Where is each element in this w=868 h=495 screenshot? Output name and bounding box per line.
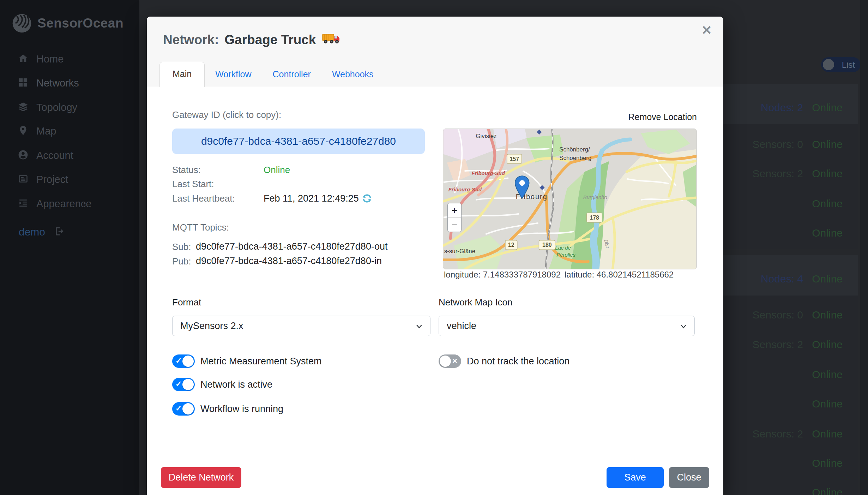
tab-main[interactable]: Main <box>159 62 205 87</box>
modal-title: Network:Garbage Truck <box>163 32 340 49</box>
format-select-value: MySensors 2.x <box>180 321 243 332</box>
last-heartbeat-label: Last Heartbeat: <box>172 193 235 204</box>
status-label: Status: <box>172 165 201 175</box>
sidebar-item-label: Topology <box>36 102 77 113</box>
page-edge <box>860 0 868 495</box>
sidebar-item-label: Account <box>36 150 73 161</box>
user-row: demo <box>19 226 64 238</box>
zoom-out-button[interactable]: − <box>448 217 461 232</box>
road-badge-178: 178 <box>590 215 599 221</box>
format-label: Format <box>172 297 201 308</box>
toggle-knob <box>182 379 194 390</box>
sidebar-item-appearence[interactable]: Appearence <box>0 193 139 214</box>
status-badge: Online <box>812 273 843 285</box>
user-circle-icon <box>18 149 29 162</box>
map-marker-icon <box>18 125 29 137</box>
toggle-knob <box>440 356 451 367</box>
chevron-down-icon <box>680 321 687 332</box>
sign-out-icon[interactable] <box>54 226 64 238</box>
sidebar-item-project[interactable]: Project <box>0 169 139 190</box>
workflow-running-label: Workflow is running <box>200 404 283 415</box>
brand-name: SensorOcean <box>37 16 123 31</box>
road-badge-157: 157 <box>510 156 519 162</box>
map-label-perolles: Pérolles <box>556 252 575 258</box>
tab-workflow[interactable]: Workflow <box>205 63 262 87</box>
map-label-sur-glane: s-sur-Glâne <box>444 248 475 255</box>
map-canvas: 157 12 180 178 Givisiez Schönberg/ Schoe… <box>443 129 697 269</box>
sidebar-item-account[interactable]: Account <box>0 145 139 166</box>
delete-network-button[interactable]: Delete Network <box>161 467 241 488</box>
track-location-label: Do not track the location <box>467 356 569 367</box>
sidebar-item-map[interactable]: Map <box>0 121 139 141</box>
newspaper-icon <box>18 173 29 186</box>
toggle-knob <box>182 356 194 367</box>
road-badge-180: 180 <box>542 242 552 248</box>
mqtt-pub-label: Pub: <box>172 256 191 267</box>
gateway-id-label: Gateway ID (click to copy): <box>172 109 281 120</box>
longitude-value: longitude: 7.148333787918092 <box>444 270 561 280</box>
nodes-count: Nodes: 2 <box>761 102 803 114</box>
brand[interactable]: SensorOcean <box>12 13 123 33</box>
tab-webhooks[interactable]: Webhooks <box>321 63 384 87</box>
map-icon-select[interactable]: vehicle <box>439 316 695 336</box>
refresh-icon[interactable] <box>362 193 372 204</box>
network-modal: Network:Garbage Truck ✕ Main Workflow Co… <box>147 17 723 495</box>
map-label-schonberg: Schönberg/ <box>559 146 590 153</box>
sidebar: SensorOcean Home Networks Topology Map A… <box>0 0 139 495</box>
metric-system-toggle[interactable]: ✓ <box>172 354 195 368</box>
map-icon-select-value: vehicle <box>447 321 476 332</box>
map-zoom-control: + − <box>447 203 462 232</box>
road-badge-12: 12 <box>508 242 514 248</box>
title-prefix: Network: <box>163 32 219 47</box>
sidebar-item-home[interactable]: Home <box>0 49 139 69</box>
nodes-count: Nodes: 4 <box>761 273 803 285</box>
modal-header: Network:Garbage Truck ✕ Main Workflow Co… <box>147 17 723 87</box>
status-value: Online <box>264 165 290 175</box>
map-label-lac-de: Lac de <box>555 245 571 251</box>
zoom-in-button[interactable]: + <box>448 203 461 217</box>
map-label-burglen: Bürglenho <box>583 194 607 200</box>
location-map[interactable]: 157 12 180 178 Givisiez Schönberg/ Schoe… <box>443 129 697 269</box>
sidebar-item-topology[interactable]: Topology <box>0 97 139 118</box>
metric-system-label: Metric Measurement System <box>200 356 322 367</box>
mqtt-pub-value: d9c0fe77-bdca-4381-a657-c4180fe27d80-in <box>196 256 382 267</box>
toggle-knob <box>823 59 834 70</box>
close-icon[interactable]: ✕ <box>701 23 712 38</box>
list-view-toggle[interactable]: List <box>821 57 861 72</box>
network-map-icon-label: Network Map Icon <box>439 297 513 308</box>
home-icon <box>18 53 29 65</box>
mqtt-topics-label: MQTT Topics: <box>172 222 229 233</box>
mqtt-sub-label: Sub: <box>172 241 191 252</box>
layers-icon <box>18 101 29 114</box>
latitude-value: latitude: 46.80214521185662 <box>565 270 674 280</box>
save-button[interactable]: Save <box>607 467 664 488</box>
user-demo-link[interactable]: demo <box>19 226 45 238</box>
format-select[interactable]: MySensors 2.x <box>172 316 430 336</box>
map-label-schoenberg: Schoenberg <box>559 155 591 161</box>
track-location-toggle[interactable]: ✕ <box>439 354 461 368</box>
map-label-fribourg-sud-2: Fribourg-Sud <box>448 186 482 192</box>
tab-controller[interactable]: Controller <box>262 63 321 87</box>
caret-right-icon <box>82 201 88 208</box>
check-icon: ✓ <box>175 380 182 389</box>
remove-location-link[interactable]: Remove Location <box>443 112 697 122</box>
gateway-id-pill[interactable]: d9c0fe77-bdca-4381-a657-c4180fe27d80 <box>172 129 425 154</box>
network-active-label: Network is active <box>200 379 272 390</box>
sensorocean-logo-icon <box>12 13 32 33</box>
garbage-truck-icon <box>322 32 340 49</box>
sidebar-item-label: Map <box>36 125 56 137</box>
workflow-running-toggle[interactable]: ✓ <box>172 402 195 416</box>
grid-icon <box>18 77 29 89</box>
last-start-label: Last Start: <box>172 179 214 190</box>
last-heartbeat-value: Feb 11, 2021 12:49:25 <box>264 193 359 204</box>
sidebar-item-networks[interactable]: Networks <box>0 73 139 93</box>
network-active-toggle[interactable]: ✓ <box>172 378 195 391</box>
list-toggle-label: List <box>842 60 855 70</box>
indent-list-icon <box>18 198 29 210</box>
sidebar-item-label: Home <box>36 53 64 65</box>
modal-tabs: Main Workflow Controller Webhooks <box>159 62 384 87</box>
status-badge: Online <box>812 102 843 114</box>
close-button[interactable]: Close <box>669 467 709 488</box>
check-icon: ✓ <box>175 404 182 413</box>
sidebar-item-label: Project <box>36 174 68 185</box>
